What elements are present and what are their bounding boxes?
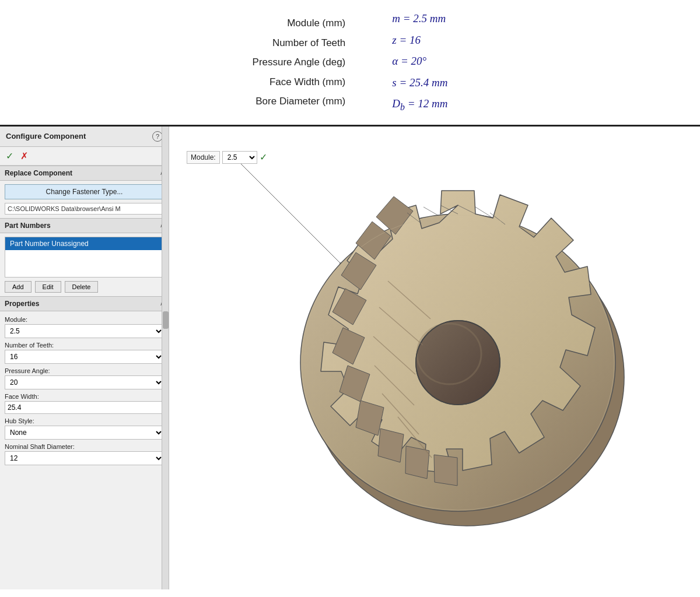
properties-section-header[interactable]: Properties ∧: [0, 296, 169, 311]
part-number-list: Part Number Unassigned: [5, 237, 164, 278]
sidebar: Configure Component ? ✓ ✗ Replace Compon…: [0, 127, 169, 589]
module-popup-select[interactable]: 2.5: [222, 151, 257, 164]
replace-component-title: Replace Component: [5, 169, 72, 177]
param-labels: Module (mm) Number of Teeth Pressure Ang…: [253, 16, 346, 109]
replace-component-section-header[interactable]: Replace Component ∧: [0, 166, 169, 181]
module-label: Module (mm): [287, 16, 345, 31]
module-value: m = 2.5 mm: [392, 10, 446, 27]
part-number-item[interactable]: Part Number Unassigned: [5, 237, 163, 250]
change-fastener-button[interactable]: Change Fastener Type...: [5, 184, 164, 199]
shaft-select[interactable]: 12: [5, 451, 164, 465]
part-numbers-title: Part Numbers: [5, 222, 51, 230]
viewport: Module: 2.5 ✓: [169, 127, 700, 589]
add-button[interactable]: Add: [5, 281, 32, 293]
part-numbers-section-header[interactable]: Part Numbers ∧: [0, 218, 169, 233]
module-select[interactable]: 2.5: [5, 324, 164, 338]
module-popup: Module: 2.5 ✓: [187, 151, 267, 164]
delete-button[interactable]: Delete: [65, 281, 99, 293]
sidebar-scrollbar[interactable]: [162, 127, 169, 589]
pressure-select[interactable]: 20: [5, 375, 164, 389]
sidebar-header: Configure Component ?: [0, 127, 169, 147]
pressure-value: α = 20°: [392, 53, 426, 70]
properties-title: Properties: [5, 300, 39, 308]
teeth-value: z = 16: [392, 32, 421, 49]
part-number-actions: Add Edit Delete: [5, 281, 164, 293]
teeth-label: Number of Teeth: [272, 36, 345, 51]
svg-line-11: [424, 207, 439, 216]
confirm-row: ✓ ✗: [0, 147, 169, 166]
reject-button[interactable]: ✗: [19, 150, 29, 161]
teeth-select[interactable]: 16: [5, 350, 164, 364]
sidebar-title: Configure Component: [6, 132, 86, 141]
top-panel: Module (mm) Number of Teeth Pressure Ang…: [0, 0, 700, 127]
param-values: m = 2.5 mm z = 16 α = 20° s = 25.4 mm Db…: [392, 10, 447, 114]
module-prop-label: Module:: [5, 316, 164, 323]
scrollbar-thumb[interactable]: [163, 311, 169, 329]
teeth-prop-label: Number of Teeth:: [5, 342, 164, 349]
gear-container: [216, 138, 682, 564]
facewidth-value: s = 25.4 mm: [392, 75, 447, 92]
part-numbers-content: Part Number Unassigned Add Edit Delete: [0, 233, 169, 296]
bore-label: Bore Diameter (mm): [256, 94, 345, 109]
pressure-prop-label: Pressure Angle:: [5, 367, 164, 374]
accept-button[interactable]: ✓: [5, 150, 15, 161]
facewidth-prop-label: Face Width:: [5, 393, 164, 400]
edit-button[interactable]: Edit: [35, 281, 61, 293]
properties-content: Module: 2.5 Number of Teeth: 16 Pressure…: [0, 311, 169, 469]
pressure-label: Pressure Angle (deg): [253, 55, 346, 70]
shaft-prop-label: Nominal Shaft Diameter:: [5, 443, 164, 450]
path-input[interactable]: [5, 203, 164, 215]
replace-component-content: Change Fastener Type...: [0, 181, 169, 218]
module-check-icon[interactable]: ✓: [260, 152, 267, 163]
bore-value: Db = 12 mm: [392, 96, 447, 114]
main-area: Configure Component ? ✓ ✗ Replace Compon…: [0, 127, 700, 589]
facewidth-input[interactable]: [5, 401, 164, 414]
facewidth-label: Face Width (mm): [270, 75, 345, 90]
module-popup-label: Module:: [187, 151, 220, 164]
hubstyle-prop-label: Hub Style:: [5, 417, 164, 424]
hubstyle-select[interactable]: None: [5, 426, 164, 440]
